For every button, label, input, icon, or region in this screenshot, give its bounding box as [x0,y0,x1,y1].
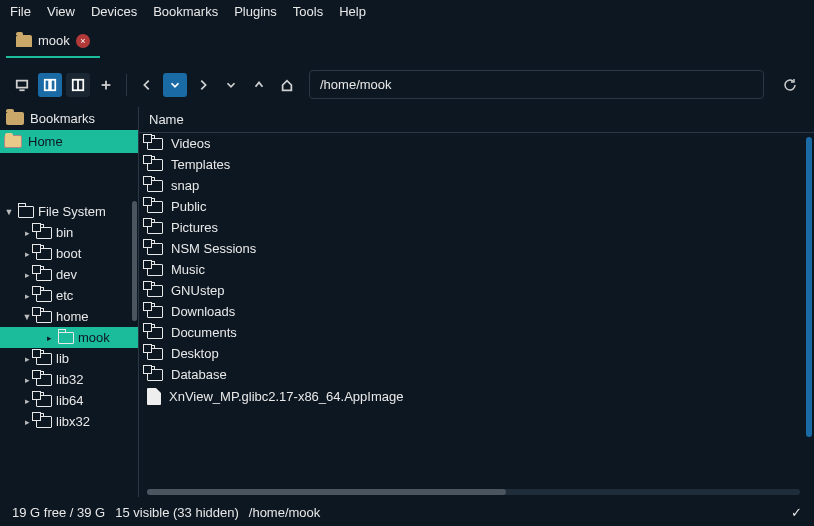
expand-icon[interactable]: ▸ [22,228,32,238]
tree-item-lib32[interactable]: ▸lib32 [0,369,138,390]
tree-label: etc [56,288,73,303]
svg-rect-2 [45,79,49,90]
separator [126,74,127,96]
menu-bookmarks[interactable]: Bookmarks [153,4,218,19]
file-pane: Name VideosTemplatessnapPublicPicturesNS… [139,107,814,497]
folder-icon [147,327,163,339]
expand-icon[interactable]: ▸ [22,249,32,259]
file-name: Pictures [171,220,218,235]
folder-icon [147,222,163,234]
menubar: FileViewDevicesBookmarksPluginsToolsHelp [0,0,814,27]
tree-item-boot[interactable]: ▸boot [0,243,138,264]
tree-item-etc[interactable]: ▸etc [0,285,138,306]
tree-item-lib64[interactable]: ▸lib64 [0,390,138,411]
tree-label: lib [56,351,69,366]
tree-item-filesystem[interactable]: ▼ File System [0,201,138,222]
folder-icon [36,353,52,365]
tree-view-button[interactable] [38,73,62,97]
forward-history-button[interactable] [219,73,243,97]
file-row[interactable]: Documents [139,322,814,343]
toolbar [0,58,814,107]
column-header-name[interactable]: Name [139,107,814,133]
folder-icon [36,290,52,302]
menu-plugins[interactable]: Plugins [234,4,277,19]
expand-icon[interactable]: ▼ [4,207,14,217]
devices-button[interactable] [10,73,34,97]
folder-icon [6,112,24,125]
file-row[interactable]: Desktop [139,343,814,364]
file-row[interactable]: NSM Sessions [139,238,814,259]
file-name: Public [171,199,206,214]
menu-devices[interactable]: Devices [91,4,137,19]
back-history-button[interactable] [163,73,187,97]
refresh-button[interactable] [776,71,804,99]
file-row[interactable]: Public [139,196,814,217]
dual-pane-button[interactable] [66,73,90,97]
expand-icon[interactable]: ▼ [22,312,32,322]
menu-tools[interactable]: Tools [293,4,323,19]
file-row[interactable]: XnView_MP.glibc2.17-x86_64.AppImage [139,385,814,408]
tree-item-libx32[interactable]: ▸libx32 [0,411,138,432]
menu-view[interactable]: View [47,4,75,19]
file-row[interactable]: Templates [139,154,814,175]
file-row[interactable]: snap [139,175,814,196]
tree-item-mook[interactable]: ▸mook [0,327,138,348]
v-scrollbar[interactable] [806,137,812,437]
file-row[interactable]: Downloads [139,301,814,322]
tree-label: mook [78,330,110,345]
folder-icon [16,35,32,47]
file-name: Downloads [171,304,235,319]
folder-icon [147,201,163,213]
folder-icon [147,369,163,381]
file-name: NSM Sessions [171,241,256,256]
up-button[interactable] [247,73,271,97]
spacer [0,153,138,201]
back-button[interactable] [135,73,159,97]
sidebar-item-home[interactable]: Home [0,130,138,153]
home-label: Home [28,134,63,149]
status-path: /home/mook [249,505,321,520]
tree-item-bin[interactable]: ▸bin [0,222,138,243]
forward-button[interactable] [191,73,215,97]
expand-icon[interactable]: ▸ [22,375,32,385]
bookmarks-section[interactable]: Bookmarks [0,107,138,130]
folder-icon [18,206,34,218]
tree-label: File System [38,204,106,219]
h-scrollbar[interactable] [147,489,800,495]
scrollbar-thumb[interactable] [132,201,137,321]
menu-file[interactable]: File [10,4,31,19]
folder-icon [58,332,74,344]
home-folder-icon [4,135,22,148]
home-button[interactable] [275,73,299,97]
file-name: XnView_MP.glibc2.17-x86_64.AppImage [169,389,403,404]
file-row[interactable]: Music [139,259,814,280]
expand-icon[interactable]: ▸ [22,417,32,427]
file-name: Videos [171,136,211,151]
tab-mook[interactable]: mook × [6,27,100,58]
expand-icon[interactable]: ▸ [22,291,32,301]
address-input[interactable] [309,70,764,99]
tree-item-lib[interactable]: ▸lib [0,348,138,369]
close-icon[interactable]: × [76,34,90,48]
folder-icon [36,248,52,260]
file-row[interactable]: Pictures [139,217,814,238]
menu-help[interactable]: Help [339,4,366,19]
file-name: Templates [171,157,230,172]
tree-item-dev[interactable]: ▸dev [0,264,138,285]
file-row[interactable]: Database [139,364,814,385]
folder-icon [36,311,52,323]
tree-label: boot [56,246,81,261]
file-row[interactable]: GNUstep [139,280,814,301]
tab-strip: mook × [0,27,814,58]
new-tab-button[interactable] [94,73,118,97]
folder-icon [36,374,52,386]
file-row[interactable]: Videos [139,133,814,154]
expand-icon[interactable]: ▸ [22,396,32,406]
expand-icon[interactable]: ▸ [44,333,54,343]
check-icon[interactable]: ✓ [791,505,802,520]
file-tree: ▼ File System ▸bin▸boot▸dev▸etc▼home▸moo… [0,201,138,497]
expand-icon[interactable]: ▸ [22,270,32,280]
tree-item-home[interactable]: ▼home [0,306,138,327]
status-disk: 19 G free / 39 G [12,505,105,520]
expand-icon[interactable]: ▸ [22,354,32,364]
